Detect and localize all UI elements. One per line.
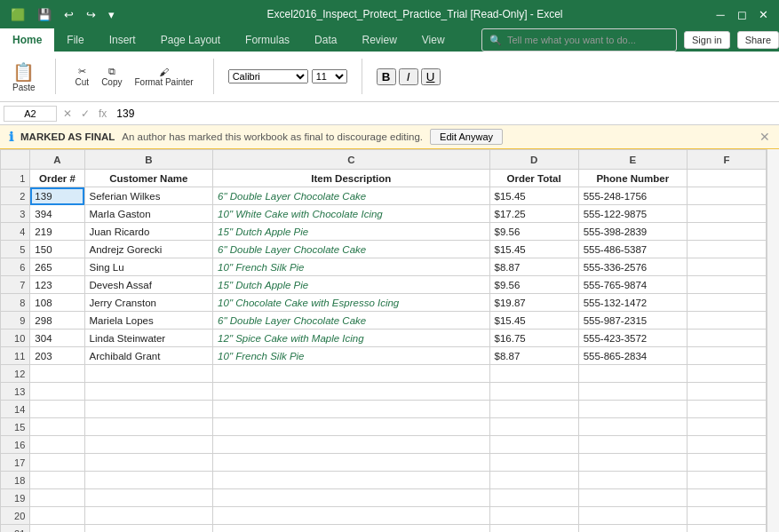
cell-a17[interactable] xyxy=(30,454,84,472)
cell-c16[interactable] xyxy=(213,436,489,454)
cell-a21[interactable] xyxy=(30,525,84,533)
cell-f5[interactable] xyxy=(687,241,766,258)
minimize-button[interactable]: ─ xyxy=(711,5,729,23)
copy-button[interactable]: ⧉Copy xyxy=(96,64,127,89)
close-button[interactable]: ✕ xyxy=(754,5,772,23)
cell-e21[interactable] xyxy=(578,525,687,533)
cell-c14[interactable] xyxy=(213,401,489,418)
cell-c18[interactable] xyxy=(213,472,489,489)
cell-d12[interactable] xyxy=(489,365,578,383)
cell-c21[interactable] xyxy=(213,525,489,533)
tab-data[interactable]: Data xyxy=(302,28,349,52)
cell-d20[interactable] xyxy=(489,507,578,525)
cell-b6[interactable]: Sing Lu xyxy=(84,258,213,276)
cell-d10[interactable]: $16.75 xyxy=(489,330,578,347)
customize-icon[interactable]: ▾ xyxy=(105,6,118,23)
col-header-a[interactable]: A xyxy=(30,150,84,170)
cell-e11[interactable]: 555-865-2834 xyxy=(578,347,687,365)
share-button[interactable]: Share xyxy=(737,31,779,49)
cell-f12[interactable] xyxy=(687,365,766,383)
cell-d1[interactable]: Order Total xyxy=(489,170,578,187)
redo-icon[interactable]: ↪ xyxy=(83,6,99,23)
cell-f7[interactable] xyxy=(687,276,766,294)
cell-e14[interactable] xyxy=(578,401,687,418)
sign-in-button[interactable]: Sign in xyxy=(684,31,730,49)
col-header-d[interactable]: D xyxy=(489,150,578,170)
font-size-select[interactable]: 11 xyxy=(312,69,347,83)
cell-c13[interactable] xyxy=(213,383,489,401)
cell-c20[interactable] xyxy=(213,507,489,525)
cell-e7[interactable]: 555-765-9874 xyxy=(578,276,687,294)
cell-d14[interactable] xyxy=(489,401,578,418)
cell-e8[interactable]: 555-132-1472 xyxy=(578,294,687,312)
cancel-formula-icon[interactable]: ✕ xyxy=(60,107,75,120)
cut-button[interactable]: ✂Cut xyxy=(70,64,95,89)
tab-home[interactable]: Home xyxy=(0,28,54,52)
format-painter-button[interactable]: 🖌Format Painter xyxy=(130,65,199,89)
cell-d4[interactable]: $9.56 xyxy=(489,223,578,241)
cell-c12[interactable] xyxy=(213,365,489,383)
cell-b18[interactable] xyxy=(84,472,213,489)
cell-c10[interactable]: 12" Spice Cake with Maple Icing xyxy=(213,330,489,347)
cell-e1[interactable]: Phone Number xyxy=(578,170,687,187)
ribbon-search-box[interactable]: 🔍 Tell me what you want to do... xyxy=(481,28,677,52)
cell-f6[interactable] xyxy=(687,258,766,276)
cell-f21[interactable] xyxy=(687,525,766,533)
cell-c5[interactable]: 6" Double Layer Chocolate Cake xyxy=(213,241,489,258)
cell-f11[interactable] xyxy=(687,347,766,365)
cell-b16[interactable] xyxy=(84,436,213,454)
cell-b13[interactable] xyxy=(84,383,213,401)
cell-e9[interactable]: 555-987-2315 xyxy=(578,312,687,330)
cell-b20[interactable] xyxy=(84,507,213,525)
cell-b15[interactable] xyxy=(84,418,213,436)
cell-e4[interactable]: 555-398-2839 xyxy=(578,223,687,241)
cell-c15[interactable] xyxy=(213,418,489,436)
cell-b11[interactable]: Archibald Grant xyxy=(84,347,213,365)
cell-c2[interactable]: 6" Double Layer Chocolate Cake xyxy=(213,187,489,205)
clipboard-paste-button[interactable]: 📋 Paste xyxy=(7,60,41,94)
cell-e19[interactable] xyxy=(578,489,687,507)
cell-e3[interactable]: 555-122-9875 xyxy=(578,205,687,223)
tab-insert[interactable]: Insert xyxy=(97,28,148,52)
italic-button[interactable]: I xyxy=(399,68,418,85)
cell-c7[interactable]: 15" Dutch Apple Pie xyxy=(213,276,489,294)
cell-a19[interactable] xyxy=(30,489,84,507)
cell-a16[interactable] xyxy=(30,436,84,454)
restore-button[interactable]: ◻ xyxy=(733,5,751,23)
cell-c17[interactable] xyxy=(213,454,489,472)
cell-a8[interactable]: 108 xyxy=(30,294,84,312)
cell-a7[interactable]: 123 xyxy=(30,276,84,294)
cell-b17[interactable] xyxy=(84,454,213,472)
grid-area[interactable]: A B C D E F 1 Order # Customer Name Item xyxy=(0,149,767,532)
cell-a18[interactable] xyxy=(30,472,84,489)
cell-b1[interactable]: Customer Name xyxy=(84,170,213,187)
cell-c4[interactable]: 15" Dutch Apple Pie xyxy=(213,223,489,241)
cell-b2[interactable]: Seferian Wilkes xyxy=(84,187,213,205)
underline-button[interactable]: U xyxy=(421,68,441,85)
cell-c6[interactable]: 10" French Silk Pie xyxy=(213,258,489,276)
cell-f8[interactable] xyxy=(687,294,766,312)
cell-e12[interactable] xyxy=(578,365,687,383)
cell-a14[interactable] xyxy=(30,401,84,418)
cell-e16[interactable] xyxy=(578,436,687,454)
tab-review[interactable]: Review xyxy=(349,28,409,52)
cell-f1[interactable] xyxy=(687,170,766,187)
confirm-formula-icon[interactable]: ✓ xyxy=(78,107,92,120)
font-family-select[interactable]: Calibri xyxy=(228,69,308,83)
col-header-f[interactable]: F xyxy=(687,150,766,170)
cell-e20[interactable] xyxy=(578,507,687,525)
cell-e13[interactable] xyxy=(578,383,687,401)
cell-c19[interactable] xyxy=(213,489,489,507)
cell-d13[interactable] xyxy=(489,383,578,401)
tab-formulas[interactable]: Formulas xyxy=(233,28,302,52)
bold-button[interactable]: B xyxy=(377,68,396,85)
cell-b12[interactable] xyxy=(84,365,213,383)
insert-function-icon[interactable]: fx xyxy=(96,107,109,120)
cell-d2[interactable]: $15.45 xyxy=(489,187,578,205)
cell-c8[interactable]: 10" Chocolate Cake with Espresso Icing xyxy=(213,294,489,312)
cell-a6[interactable]: 265 xyxy=(30,258,84,276)
cell-a4[interactable]: 219 xyxy=(30,223,84,241)
cell-a3[interactable]: 394 xyxy=(30,205,84,223)
cell-f3[interactable] xyxy=(687,205,766,223)
cell-f17[interactable] xyxy=(687,454,766,472)
